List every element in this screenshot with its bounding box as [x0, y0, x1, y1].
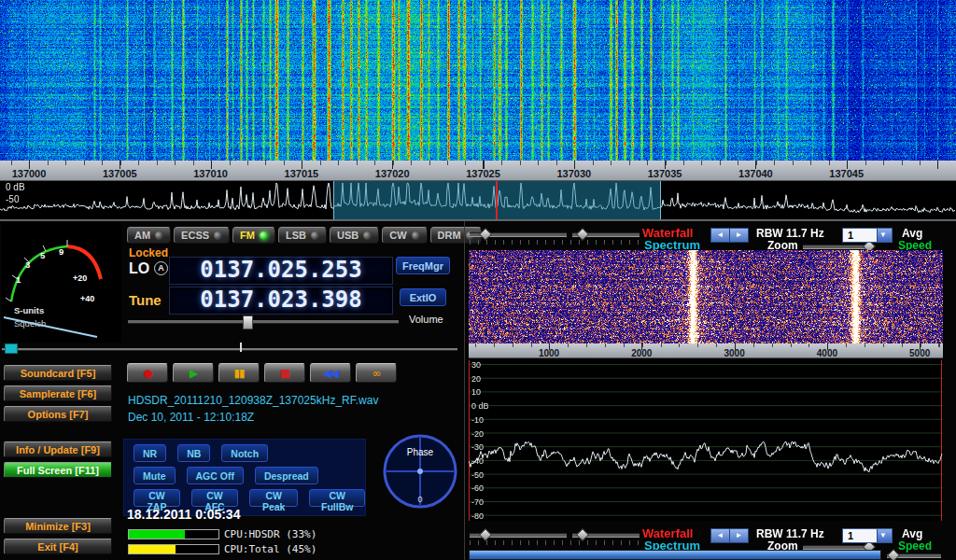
- contrast-slider-thumb[interactable]: [479, 528, 492, 541]
- dsp-button[interactable]: CW ZAP: [134, 489, 180, 507]
- transport-button-play[interactable]: ▶: [173, 363, 214, 383]
- waterfall-position-scrollbar[interactable]: [469, 550, 881, 560]
- mode-led-icon: [155, 231, 163, 240]
- rf-db-label: 30: [471, 360, 481, 370]
- dsp-button[interactable]: CW FullBw: [309, 489, 365, 507]
- shift-right-icon[interactable]: ►: [729, 228, 749, 243]
- rf-db-label: -10: [471, 415, 484, 425]
- exit-button[interactable]: Exit [F4]: [4, 539, 112, 554]
- dsp-button[interactable]: CW AFC: [191, 489, 238, 507]
- transport-button-pause[interactable]: ▮▮: [218, 363, 260, 383]
- dsp-row: CW ZAPCW AFCCW PeakCW FullBw: [134, 489, 365, 507]
- rf-db-label: -80: [471, 511, 484, 521]
- rbw-label: RBW 11.7 Hz: [756, 227, 824, 240]
- brightness-slider-thumb[interactable]: [576, 528, 589, 541]
- info-update-button[interactable]: Info / Update [F9]: [4, 441, 112, 457]
- squelch-slider-thumb[interactable]: [5, 343, 18, 354]
- frequency-ruler[interactable]: 1370001370051370101370151370201370251370…: [0, 161, 956, 181]
- rf-waterfall[interactable]: [469, 250, 943, 343]
- mode-button-lsb[interactable]: LSB: [278, 227, 327, 244]
- brightness-slider[interactable]: [572, 232, 640, 237]
- transport-controls: ● ▶ ▮▮ ■ ◀◀ ∞: [127, 363, 397, 383]
- mode-button-usb[interactable]: USB: [330, 227, 379, 244]
- rf-spectrum-trace[interactable]: [469, 360, 943, 521]
- shift-right-icon[interactable]: ►: [729, 528, 749, 543]
- svg-text:9: 9: [59, 246, 63, 257]
- fine-position-slider[interactable]: [887, 553, 941, 558]
- combobox-dropdown-icon[interactable]: [877, 229, 892, 242]
- transport-button-rewind[interactable]: ◀◀: [310, 363, 351, 383]
- dsp-button[interactable]: AGC Off: [187, 467, 244, 484]
- brightness-slider[interactable]: [572, 533, 640, 538]
- rf-bottom-controls: Waterfall Spectrum ◄ ► RBW 11.7 Hz Zoom …: [465, 526, 956, 553]
- transport-button-record[interactable]: ●: [127, 363, 168, 383]
- minimize-button[interactable]: Minimize [F3]: [4, 518, 112, 534]
- cpu-hdsdr-bar: [128, 529, 219, 539]
- transport-glyph-icon: ▮▮: [233, 368, 244, 379]
- avg-label: Avg: [902, 527, 922, 540]
- dsp-button[interactable]: NR: [134, 444, 166, 462]
- samplerate-button[interactable]: Samplerate [F6]: [4, 385, 112, 401]
- mode-button-fm[interactable]: FM: [232, 227, 275, 244]
- ruler-frequency-label: 137010: [193, 168, 228, 179]
- dsp-button[interactable]: NB: [177, 444, 210, 462]
- avg-combobox[interactable]: 1: [842, 528, 893, 543]
- mode-button-cw[interactable]: CW: [382, 227, 427, 244]
- rf-top-controls: Waterfall Spectrum ◄ ► RBW 11.7 Hz Zoom …: [465, 226, 956, 252]
- soundcard-button[interactable]: Soundcard [F5]: [4, 365, 112, 381]
- ruler-frequency-label: 137045: [829, 168, 864, 179]
- contrast-slider[interactable]: [470, 533, 567, 538]
- dsp-button[interactable]: Despread: [255, 467, 318, 484]
- combobox-dropdown-icon[interactable]: [877, 529, 892, 542]
- phase-scope: Phase 0: [379, 425, 461, 514]
- cpu-total-bar: [128, 544, 219, 554]
- volume-slider-thumb[interactable]: [243, 315, 253, 329]
- main-waterfall[interactable]: [0, 0, 956, 161]
- mode-led-icon: [363, 231, 372, 240]
- transport-glyph-icon: ∞: [373, 368, 381, 379]
- transport-glyph-icon: ▶: [190, 368, 197, 379]
- s-meter: 1 3 5 9 +20 +40 S-units Squelch: [2, 223, 121, 343]
- rf-db-label: 20: [471, 374, 481, 384]
- dsp-button[interactable]: CW Peak: [249, 489, 298, 507]
- dsp-button[interactable]: Notch: [221, 444, 268, 462]
- contrast-slider-thumb[interactable]: [479, 228, 492, 241]
- tune-frequency-display[interactable]: 0137.023.398: [169, 287, 393, 315]
- brightness-slider-thumb[interactable]: [576, 228, 589, 241]
- dsp-row: NRNBNotch: [134, 444, 365, 462]
- contrast-slider[interactable]: [470, 232, 567, 237]
- rf-frequency-ruler[interactable]: 10002000300040005000: [469, 343, 943, 358]
- slider-ticks: [470, 240, 640, 245]
- mode-button-ecss[interactable]: ECSS: [174, 227, 230, 244]
- avg-combobox[interactable]: 1: [842, 228, 893, 243]
- avg-label: Avg: [902, 227, 922, 240]
- recording-filename: HDSDR_20111210_120938Z_137025kHz_RF.wav: [128, 394, 378, 407]
- dsp-button[interactable]: Mute: [134, 467, 176, 484]
- rf-ruler-frequency-label: 5000: [909, 348, 930, 358]
- shift-left-icon[interactable]: ◄: [710, 528, 729, 543]
- extio-button[interactable]: ExtIO: [400, 288, 446, 306]
- rf-db-label: -20: [471, 429, 484, 439]
- mode-button-am[interactable]: AM: [127, 227, 171, 244]
- slider-ticks: [470, 540, 640, 545]
- svg-text:3: 3: [25, 259, 30, 270]
- dsp-panel: NRNBNotch MuteAGC OffDespread CW ZAPCW A…: [123, 439, 366, 516]
- rf-spectrum: 3020100 dB-10-20-30-40-50-60-70-80: [469, 360, 943, 521]
- options-button[interactable]: Options [F7]: [4, 406, 112, 422]
- rf-db-label: -30: [471, 442, 484, 452]
- lo-a-badge-icon[interactable]: A: [154, 261, 168, 275]
- recording-date: Dec 10, 2011 - 12:10:18Z: [128, 411, 254, 424]
- lo-frequency-display[interactable]: 0137.025.253: [169, 257, 393, 285]
- cpu-hdsdr-fill: [129, 530, 185, 539]
- squelch-slider-track[interactable]: [2, 348, 457, 351]
- volume-slider-track[interactable]: [128, 320, 399, 324]
- svg-text:1: 1: [16, 274, 21, 285]
- transport-button-loop[interactable]: ∞: [356, 363, 397, 383]
- fullscreen-button[interactable]: Full Screen [F11]: [4, 462, 112, 478]
- zoom-slider[interactable]: [803, 245, 872, 249]
- freqmgr-button[interactable]: FreqMgr: [396, 257, 450, 274]
- transport-button-stop[interactable]: ■: [264, 363, 305, 383]
- svg-text:5: 5: [40, 250, 46, 260]
- svg-text:Phase: Phase: [407, 447, 434, 457]
- shift-left-icon[interactable]: ◄: [710, 228, 729, 243]
